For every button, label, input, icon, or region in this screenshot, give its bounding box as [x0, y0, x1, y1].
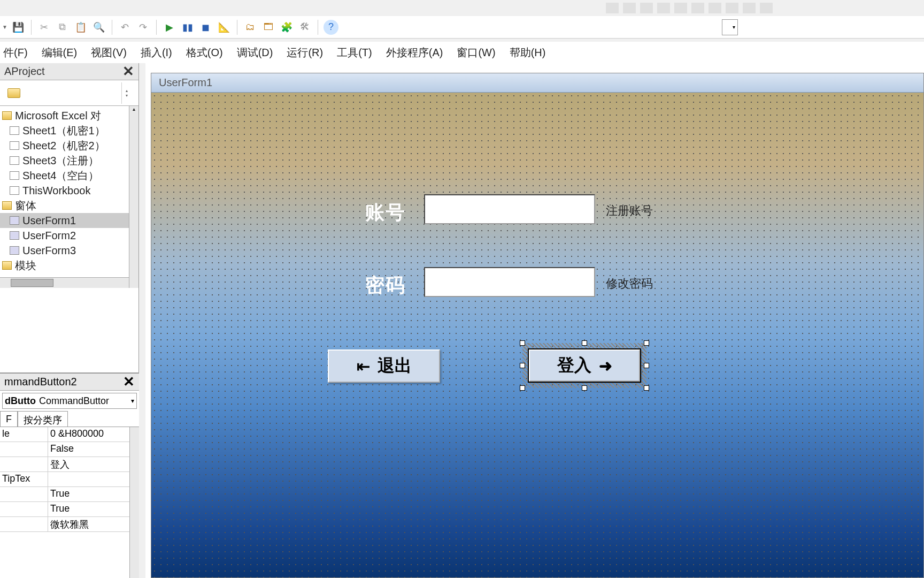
properties-object-selector[interactable]: dButto CommandButtor ▾ — [2, 393, 137, 409]
form-canvas[interactable]: 账号 注册账号 密码 修改密码 ⇤ 退出 登入 ➜ — [151, 93, 923, 577]
exit-icon: ⇤ — [357, 357, 370, 376]
toolbar-combo[interactable]: ▾ — [722, 19, 738, 35]
left-panels: AProject ✕ ▴▾ Microsoft Excel 对 Sheet1（机… — [0, 63, 139, 578]
save-icon[interactable]: 💾 — [11, 20, 26, 35]
form-designer: UserForm1 账号 注册账号 密码 修改密码 ⇤ 退出 登入 ➜ — [145, 63, 924, 578]
menu-format[interactable]: 格式(O) — [186, 45, 223, 60]
paste-icon[interactable]: 📋 — [73, 20, 88, 35]
properties-panel: mmandButton2 ✕ dButto CommandButtor ▾ F … — [0, 372, 139, 578]
selection-handles[interactable] — [522, 343, 646, 388]
toolbar-separator — [112, 20, 112, 35]
stop-icon[interactable]: ◼ — [198, 20, 213, 35]
properties-icon[interactable]: 🗔 — [261, 20, 276, 35]
project-explorer-icon[interactable]: 🗂 — [243, 20, 258, 35]
design-mode-icon[interactable]: 📐 — [217, 20, 232, 35]
label-password[interactable]: 密码 — [365, 272, 406, 299]
tree-node-userform3[interactable]: UserForm3 — [0, 243, 138, 258]
menu-run[interactable]: 运行(R) — [287, 45, 323, 60]
textbox-account[interactable] — [424, 194, 595, 224]
menu-file[interactable]: 件(F) — [3, 45, 28, 60]
properties-v-scrollbar[interactable] — [129, 427, 139, 578]
tree-node-userform1[interactable]: UserForm1 — [0, 213, 138, 228]
tab-categorized[interactable]: 按分类序 — [18, 411, 68, 427]
tree-node-modules-folder[interactable]: 模块 — [0, 258, 138, 273]
link-change-password[interactable]: 修改密码 — [606, 276, 653, 292]
property-row[interactable]: le0 &H800000 — [0, 427, 139, 442]
menu-insert[interactable]: 插入(I) — [141, 45, 172, 60]
property-row[interactable]: 登入 — [0, 457, 139, 472]
property-row[interactable]: 微软雅黑 — [0, 517, 139, 532]
properties-grid[interactable]: le0 &H800000 False 登入 TipTex True True 微… — [0, 427, 139, 532]
toolbar-separator — [318, 20, 318, 35]
form-title: UserForm1 — [159, 77, 212, 89]
find-icon[interactable]: 🔍 — [91, 20, 106, 35]
property-row[interactable]: TipTex — [0, 472, 139, 487]
object-browser-icon[interactable]: 🧩 — [279, 20, 294, 35]
menu-help[interactable]: 帮助(H) — [510, 45, 546, 60]
form-titlebar[interactable]: UserForm1 — [151, 73, 923, 93]
folder-icon[interactable] — [7, 88, 20, 98]
standard-toolbar: ▼ 💾 ✂ ⧉ 📋 🔍 ↶ ↷ ▶ ▮▮ ◼ 📐 🗂 🗔 🧩 🛠 ? ▾ — [0, 16, 924, 39]
tree-node-forms-folder[interactable]: 窗体 — [0, 198, 138, 213]
tree-node-sheet[interactable]: Sheet2（机密2） — [0, 138, 138, 153]
menu-window[interactable]: 窗口(W) — [457, 45, 495, 60]
tree-h-scrollbar[interactable] — [0, 277, 129, 288]
tree-node-excel-objects[interactable]: Microsoft Excel 对 — [0, 108, 138, 123]
upper-ribbon-remnant — [603, 0, 924, 16]
project-tree[interactable]: Microsoft Excel 对 Sheet1（机密1） Sheet2（机密2… — [0, 106, 138, 288]
menu-edit[interactable]: 编辑(E) — [42, 45, 78, 60]
tree-node-thisworkbook[interactable]: ThisWorkbook — [0, 183, 138, 198]
tree-node-userform2[interactable]: UserForm2 — [0, 228, 138, 243]
help-icon[interactable]: ? — [324, 20, 338, 35]
properties-header: mmandButton2 ✕ — [0, 374, 139, 391]
label-account[interactable]: 账号 — [365, 200, 406, 226]
toolbar-dropdown-icon[interactable]: ▼ — [2, 24, 7, 30]
form-window[interactable]: UserForm1 账号 注册账号 密码 修改密码 ⇤ 退出 登入 ➜ — [151, 73, 924, 578]
tree-node-sheet[interactable]: Sheet1（机密1） — [0, 123, 138, 138]
project-explorer-header: AProject ✕ — [0, 63, 138, 80]
textbox-password[interactable] — [424, 267, 595, 297]
project-explorer-title: AProject — [4, 65, 45, 78]
pause-icon[interactable]: ▮▮ — [180, 20, 195, 35]
menu-tools[interactable]: 工具(T) — [337, 45, 372, 60]
cut-icon[interactable]: ✂ — [37, 20, 52, 35]
link-register-account[interactable]: 注册账号 — [606, 203, 653, 219]
copy-icon[interactable]: ⧉ — [55, 20, 70, 35]
tree-v-scrollbar[interactable]: ▴ — [129, 106, 138, 288]
button-exit[interactable]: ⇤ 退出 — [328, 349, 440, 383]
undo-icon[interactable]: ↶ — [118, 20, 133, 35]
toolbar-separator — [31, 20, 32, 35]
close-icon[interactable]: ✕ — [123, 374, 135, 390]
redo-icon[interactable]: ↷ — [136, 20, 151, 35]
project-explorer-toolbar: ▴▾ — [0, 80, 138, 106]
toolbox-icon[interactable]: 🛠 — [297, 20, 312, 35]
tab-alphabetic[interactable]: F — [0, 411, 18, 427]
property-row[interactable]: False — [0, 442, 139, 457]
property-row[interactable]: True — [0, 502, 139, 517]
menu-view[interactable]: 视图(V) — [91, 45, 127, 60]
tree-node-sheet[interactable]: Sheet3（注册） — [0, 153, 138, 168]
run-icon[interactable]: ▶ — [162, 20, 177, 35]
toolbar-scroll-arrows[interactable]: ▴▾ — [121, 82, 131, 104]
menu-addins[interactable]: 外接程序(A) — [386, 45, 443, 60]
properties-title: mmandButton2 — [4, 376, 77, 388]
menu-debug[interactable]: 调试(D) — [237, 45, 273, 60]
toolbar-separator — [156, 20, 157, 35]
toolbar-separator — [237, 20, 237, 35]
close-icon[interactable]: ✕ — [122, 63, 134, 80]
tree-node-sheet[interactable]: Sheet4（空白） — [0, 168, 138, 183]
properties-tabs: F 按分类序 — [0, 411, 139, 427]
menu-bar: 件(F) 编辑(E) 视图(V) 插入(I) 格式(O) 调试(D) 运行(R)… — [0, 42, 924, 63]
property-row[interactable]: True — [0, 487, 139, 502]
